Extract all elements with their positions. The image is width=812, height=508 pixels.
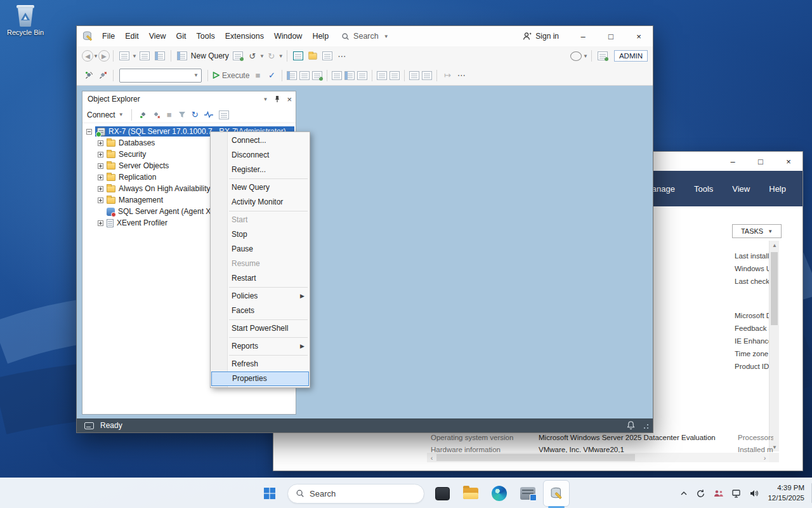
volume-icon[interactable] xyxy=(750,490,759,497)
context-item-restart[interactable]: Restart xyxy=(211,271,310,286)
connect-server-icon[interactable] xyxy=(140,110,148,119)
expand-icon[interactable] xyxy=(98,175,103,180)
admin-indicator[interactable]: ADMIN xyxy=(614,50,648,62)
web-browser-button[interactable] xyxy=(569,48,583,64)
window-position-icon[interactable]: ▼ xyxy=(263,97,268,102)
maximize-button[interactable]: □ xyxy=(747,152,775,171)
context-item-policies[interactable]: Policies ▶ xyxy=(211,289,310,304)
context-item-facets[interactable]: Facets xyxy=(211,304,310,318)
results-text-icon[interactable] xyxy=(299,71,310,80)
context-item-register[interactable]: Register... xyxy=(211,163,310,177)
resize-grip[interactable] xyxy=(641,422,649,429)
increase-indent-button[interactable] xyxy=(422,71,432,80)
toolbar-overflow-button[interactable]: ⋯ xyxy=(335,48,349,64)
menu-tools[interactable]: Tools xyxy=(694,184,713,194)
tasks-dropdown-button[interactable]: TASKS ▼ xyxy=(732,224,782,238)
taskbar-search-box[interactable]: Search xyxy=(287,484,424,504)
menu-help[interactable]: Help xyxy=(307,26,334,46)
collapse-icon[interactable] xyxy=(86,129,92,135)
people-icon[interactable] xyxy=(714,490,724,497)
menu-file[interactable]: File xyxy=(97,26,120,46)
comment-button[interactable] xyxy=(377,71,387,80)
menu-edit[interactable]: Edit xyxy=(120,26,144,46)
results-file-icon[interactable] xyxy=(312,71,322,80)
maximize-button[interactable]: □ xyxy=(597,26,625,46)
chevron-down-icon[interactable]: ▼ xyxy=(93,53,98,59)
update-sync-icon[interactable] xyxy=(696,489,705,498)
search-control[interactable]: Search ▼ xyxy=(341,32,389,41)
undo-button[interactable]: ↺ xyxy=(246,48,259,64)
minimize-button[interactable]: – xyxy=(569,26,597,46)
sign-in-button[interactable]: Sign in xyxy=(523,32,559,41)
new-file-button[interactable] xyxy=(117,48,132,64)
execute-button[interactable]: Execute xyxy=(211,68,251,83)
menu-window[interactable]: Window xyxy=(269,26,307,46)
stop-icon[interactable]: ■ xyxy=(165,107,174,123)
parse-query-button[interactable]: ✓ xyxy=(265,68,278,83)
menu-view[interactable]: View xyxy=(732,184,750,194)
menu-tools[interactable]: Tools xyxy=(192,26,220,46)
new-query-button[interactable]: New Query xyxy=(174,48,230,64)
taskbar-app-ssms-active[interactable] xyxy=(543,480,570,507)
live-stats-icon[interactable] xyxy=(357,71,367,80)
filter-icon[interactable] xyxy=(178,111,186,118)
expand-icon[interactable] xyxy=(98,220,103,226)
close-panel-icon[interactable]: × xyxy=(287,95,292,104)
results-grid-icon[interactable] xyxy=(287,71,297,80)
template-explorer-button[interactable] xyxy=(320,48,335,64)
expand-icon[interactable] xyxy=(98,197,103,203)
start-button[interactable] xyxy=(256,480,283,507)
database-combobox[interactable]: ▼ xyxy=(119,69,202,83)
chevron-down-icon[interactable]: ▼ xyxy=(278,53,284,59)
scroll-left-icon[interactable]: ‹ xyxy=(427,454,436,462)
context-item-disconnect[interactable]: Disconnect xyxy=(211,148,310,163)
query-options-icon[interactable] xyxy=(332,71,342,80)
menu-view[interactable]: View xyxy=(144,26,171,46)
expand-icon[interactable] xyxy=(98,152,103,157)
save-all-button[interactable] xyxy=(152,48,167,64)
navigate-back-button[interactable]: ◀ xyxy=(82,50,93,62)
notifications-bell-icon[interactable] xyxy=(627,421,635,430)
toolbar-overflow-button[interactable]: ⋯ xyxy=(454,68,468,83)
chevron-down-icon[interactable]: ▼ xyxy=(583,53,588,59)
close-button[interactable]: × xyxy=(775,152,802,171)
context-item-new-query[interactable]: New Query xyxy=(211,180,310,195)
vertical-scrollbar[interactable]: ▲ ▼ xyxy=(769,241,779,451)
context-item-properties[interactable]: Properties xyxy=(211,371,309,386)
connect-dropdown[interactable]: Connect ▼ xyxy=(87,110,124,119)
chevron-down-icon[interactable]: ▼ xyxy=(259,53,265,59)
scrollbar-thumb[interactable] xyxy=(771,252,778,325)
recycle-bin-shortcut[interactable]: Recycle Bin xyxy=(5,4,46,36)
estimated-plan-icon[interactable] xyxy=(344,71,355,80)
open-query-button[interactable] xyxy=(230,48,246,64)
connect-database-icon[interactable] xyxy=(82,68,96,83)
expand-icon[interactable] xyxy=(98,140,103,146)
cancel-query-button[interactable]: ■ xyxy=(251,68,265,83)
save-button[interactable] xyxy=(137,48,152,64)
taskbar-app-file-explorer[interactable] xyxy=(457,480,484,507)
menu-git[interactable]: Git xyxy=(171,26,192,46)
expand-icon[interactable] xyxy=(98,163,103,169)
menu-extensions[interactable]: Extensions xyxy=(220,26,269,46)
context-item-pause[interactable]: Pause xyxy=(211,242,310,257)
taskbar-app-server-manager[interactable] xyxy=(514,480,541,507)
context-item-connect[interactable]: Connect... xyxy=(211,133,310,148)
network-icon[interactable] xyxy=(732,490,742,498)
registered-servers-button[interactable] xyxy=(291,48,306,64)
scroll-right-icon[interactable]: › xyxy=(760,454,769,462)
expand-icon[interactable] xyxy=(98,186,103,192)
taskbar-app-terminal[interactable] xyxy=(429,480,455,507)
disconnect-server-icon[interactable] xyxy=(152,110,160,119)
tray-chevron-up-ic0n[interactable] xyxy=(680,491,688,496)
chevron-down-icon[interactable]: ▼ xyxy=(132,53,137,59)
context-item-refresh[interactable]: Refresh xyxy=(211,357,310,371)
object-search-button[interactable] xyxy=(306,48,320,64)
context-item-start-powershell[interactable]: Start PowerShell xyxy=(211,321,310,336)
specify-values-button[interactable]: ↦ xyxy=(440,68,454,83)
taskbar-app-edge[interactable] xyxy=(486,480,513,507)
scroll-up-icon[interactable]: ▲ xyxy=(769,241,780,250)
navigate-forward-button[interactable]: ▶ xyxy=(98,50,110,62)
scripting-options-icon[interactable] xyxy=(219,110,229,119)
context-item-stop[interactable]: Stop xyxy=(211,227,310,242)
menu-help[interactable]: Help xyxy=(769,184,786,194)
